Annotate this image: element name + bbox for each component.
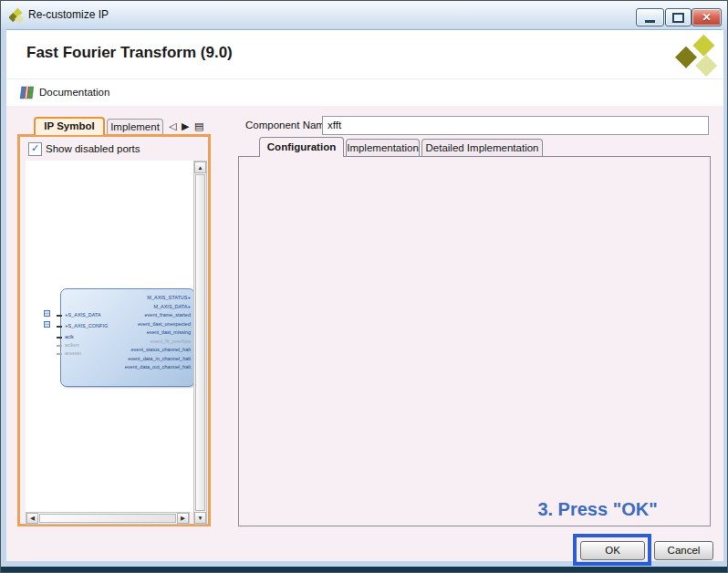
vertical-scroll-thumb[interactable] — [195, 174, 205, 511]
horizontal-scrollbar[interactable]: ◀ ▶ — [26, 512, 190, 525]
port-row: M_AXIS_STATUS+ — [147, 294, 191, 302]
component-name-label: Component Name — [245, 120, 330, 130]
dialog-header: Fast Fourier Transform (9.0) — [6, 30, 723, 78]
close-icon: ✕ — [702, 12, 711, 23]
toolbar: Documentation — [6, 78, 723, 107]
minimize-button[interactable] — [636, 8, 664, 26]
ip-symbol-panel: ✓ Show disabled ports M_AXIS_STATUS+ M_A… — [17, 134, 211, 526]
titlebar[interactable]: Re-customize IP ✕ — [1, 1, 728, 30]
port-row: +S_AXIS_CONFIG — [65, 322, 108, 330]
vertical-scrollbar[interactable]: ▲ ▼ — [193, 161, 207, 525]
port-row: event_tlast_missing — [147, 328, 191, 337]
horizontal-scroll-thumb[interactable] — [39, 514, 176, 523]
port-row: event_data_in_channel_halt — [128, 355, 191, 363]
scroll-down-icon[interactable]: ▼ — [194, 512, 206, 524]
tab-list-icon[interactable]: ▤ — [194, 120, 203, 132]
port-row: event_data_out_channel_halt — [125, 363, 191, 371]
axis-interface-icon — [44, 321, 50, 328]
tab-detailed-implementation[interactable]: Detailed Implementation — [421, 139, 543, 157]
tab-scroll-left-icon[interactable]: ◁ — [169, 120, 176, 132]
annotation-press-ok: 3. Press "OK" — [519, 499, 676, 520]
scroll-right-icon[interactable]: ▶ — [177, 513, 189, 524]
port-row: M_AXIS_DATA+ — [153, 303, 191, 311]
restore-icon — [672, 13, 684, 23]
documentation-button[interactable]: Documentation — [14, 82, 115, 102]
minimize-icon — [645, 20, 655, 23]
expand-plus-icon[interactable]: + — [187, 295, 191, 300]
cancel-button[interactable]: Cancel — [654, 541, 713, 560]
close-button[interactable]: ✕ — [692, 8, 722, 26]
port-row: event_tlast_unexpected — [138, 320, 191, 328]
ok-button[interactable]: OK — [580, 541, 645, 560]
books-icon — [19, 85, 34, 100]
port-row: +S_AXIS_DATA — [65, 311, 101, 319]
component-name-input[interactable]: xfft — [322, 116, 709, 135]
recustomize-ip-dialog: Re-customize IP ✕ Fast Fourier Transform… — [0, 0, 728, 573]
show-disabled-ports-label: Show disabled ports — [46, 143, 140, 154]
tab-scroll-right-icon[interactable]: ▶ — [182, 120, 189, 132]
documentation-label: Documentation — [39, 87, 109, 98]
port-row: aclk — [65, 333, 74, 341]
ip-symbol-canvas[interactable]: M_AXIS_STATUS+ M_AXIS_DATA+ event_frame_… — [26, 161, 193, 512]
tab-configuration[interactable]: Configuration — [259, 137, 344, 157]
port-row-disabled: event_fft_overflow — [150, 338, 191, 346]
scroll-left-icon[interactable]: ◀ — [26, 513, 38, 524]
window-title: Re-customize IP — [28, 8, 109, 21]
restore-button[interactable] — [665, 8, 692, 26]
scroll-up-icon[interactable]: ▲ — [194, 161, 206, 173]
fft-ip-block: M_AXIS_STATUS+ M_AXIS_DATA+ event_frame_… — [60, 288, 195, 387]
configuration-panel — [238, 156, 711, 526]
window-frame-bottom-edge — [1, 567, 728, 572]
tab-implementation-details[interactable]: Implement — [107, 119, 163, 135]
tab-ip-symbol[interactable]: IP Symbol — [34, 117, 105, 135]
port-row-disabled: aresetn — [65, 349, 81, 358]
port-row: event_status_channel_halt — [131, 346, 191, 354]
tab-implementation[interactable]: Implementation — [346, 139, 420, 157]
xilinx-logo-icon — [671, 33, 723, 77]
port-row: event_frame_started — [145, 311, 191, 319]
show-disabled-ports-checkbox[interactable]: ✓ — [28, 142, 42, 156]
expand-plus-icon[interactable]: + — [187, 304, 191, 309]
port-row-disabled: aclken — [65, 341, 79, 349]
axis-interface-icon — [44, 310, 50, 317]
vivado-app-icon — [9, 7, 25, 23]
page-title: Fast Fourier Transform (9.0) — [26, 44, 233, 62]
